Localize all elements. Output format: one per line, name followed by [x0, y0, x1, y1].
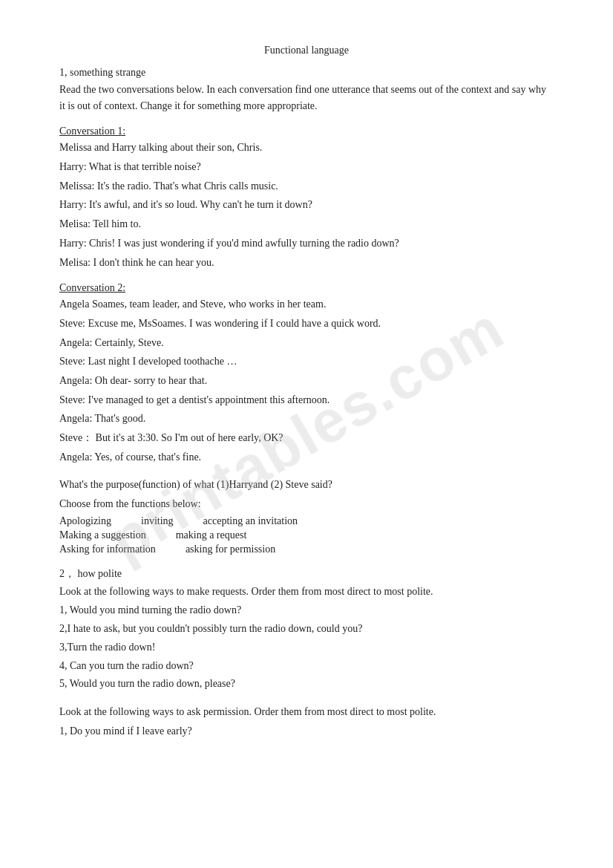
conversation2-context: Angela Soames, team leader, and Steve, w… — [59, 296, 554, 313]
section1-heading: 1, something strange — [59, 67, 554, 79]
conv2-line-3: Steve: Last night I developed toothache … — [59, 353, 554, 370]
conv1-line-3: Harry: It's awful, and it's so loud. Why… — [59, 197, 554, 213]
function-row-3: Asking for information asking for permis… — [59, 544, 554, 555]
conv2-line-2: Angela: Certainly, Steve. — [59, 335, 554, 351]
function-row-1: Apologizing inviting accepting an invita… — [59, 515, 554, 527]
section2-item-3: 3,Turn the radio down! — [59, 639, 554, 656]
function-item-request: making a request — [176, 529, 247, 541]
conv1-line-2: Melissa: It's the radio. That's what Chr… — [59, 178, 554, 195]
question-text: What's the purpose(function) of what (1)… — [59, 477, 554, 493]
conversation1-context: Melissa and Harry talking about their so… — [59, 140, 554, 156]
section2-intro: Look at the following ways to make reque… — [59, 584, 554, 600]
conv2-line-4: Angela: Oh dear- sorry to hear that. — [59, 373, 554, 389]
section2-item-1: 1, Would you mind turning the radio down… — [59, 602, 554, 619]
section3-intro: Look at the following ways to ask permis… — [59, 704, 554, 720]
section3-item-1: 1, Do you mind if I leave early? — [59, 723, 554, 740]
section2-block: 2， how polite Look at the following ways… — [59, 567, 554, 692]
conv1-line-5: Harry: Chris! I was just wondering if yo… — [59, 235, 554, 252]
function-item-apologizing: Apologizing — [59, 515, 111, 527]
section2-heading: 2， how polite — [59, 567, 554, 581]
conversation2-label: Conversation 2: — [59, 282, 554, 294]
conv2-line-7: Steve： But it's at 3:30. So I'm out of h… — [59, 430, 554, 446]
conversation1-label: Conversation 1: — [59, 125, 554, 137]
conv1-line-4: Melisa: Tell him to. — [59, 216, 554, 232]
function-item-suggestion: Making a suggestion — [59, 529, 146, 541]
function-row-2: Making a suggestion making a request — [59, 529, 554, 541]
conv2-line-1: Steve: Excuse me, MsSoames. I was wonder… — [59, 316, 554, 332]
section2-item-4: 4, Can you turn the radio down? — [59, 658, 554, 674]
page-title: Functional language — [59, 45, 554, 56]
conv1-line-6: Melisa: I don't think he can hear you. — [59, 255, 554, 271]
conversation2-block: Conversation 2: Angela Soames, team lead… — [59, 282, 554, 465]
function-item-asking-permission: asking for permission — [186, 544, 275, 555]
conv2-line-6: Angela: That's good. — [59, 411, 554, 427]
conversation1-block: Conversation 1: Melissa and Harry talkin… — [59, 125, 554, 270]
function-item-inviting: inviting — [141, 515, 174, 527]
section1-block: 1, something strange Read the two conver… — [59, 67, 554, 114]
section3-block: Look at the following ways to ask permis… — [59, 704, 554, 739]
section2-item-5: 5, Would you turn the radio down, please… — [59, 676, 554, 692]
question-block: What's the purpose(function) of what (1)… — [59, 477, 554, 555]
question-instruction: Choose from the functions below: — [59, 496, 554, 512]
section1-intro: Read the two conversations below. In eac… — [59, 82, 554, 114]
function-item-accepting: accepting an invitation — [203, 515, 298, 527]
function-item-asking-info: Asking for information — [59, 544, 156, 555]
conv1-line-1: Harry: What is that terrible noise? — [59, 159, 554, 175]
section2-item-2: 2,I hate to ask, but you couldn't possib… — [59, 621, 554, 637]
conv2-line-5: Steve: I've managed to get a dentist's a… — [59, 392, 554, 408]
conv2-line-8: Angela: Yes, of course, that's fine. — [59, 449, 554, 466]
